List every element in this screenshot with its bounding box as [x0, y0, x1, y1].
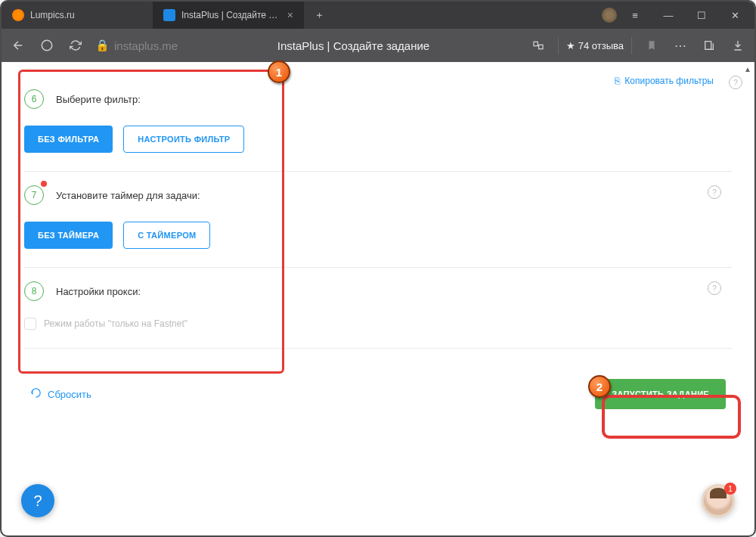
- no-filter-button[interactable]: БЕЗ ФИЛЬТРА: [24, 126, 113, 153]
- maximize-button[interactable]: ☐: [686, 2, 717, 29]
- close-window-button[interactable]: ✕: [720, 2, 750, 29]
- step-number: 6: [24, 89, 44, 109]
- tab-title: Lumpics.ru: [30, 10, 142, 20]
- extension-icon[interactable]: [602, 8, 617, 23]
- svg-rect-1: [534, 42, 538, 45]
- reviews-badge[interactable]: ★ 74 отзыва: [558, 37, 632, 54]
- with-timer-button[interactable]: С ТАЙМЕРОМ: [123, 222, 210, 249]
- alert-dot-icon: [41, 181, 47, 187]
- reset-text: Сбросить: [48, 389, 91, 400]
- step-title: Установите таймер для задачи:: [56, 190, 200, 201]
- svg-point-0: [42, 40, 52, 51]
- address-bar: 🔒 instaplus.me InstaPlus | Создайте зада…: [2, 29, 754, 62]
- fastnet-checkbox-row[interactable]: Режим работы "только на Fastnet": [24, 318, 732, 330]
- tab-instaplus[interactable]: InstaPlus | Создайте зад ×: [153, 2, 304, 29]
- browser-titlebar: Lumpics.ru InstaPlus | Создайте зад × ＋ …: [2, 2, 754, 29]
- no-timer-button[interactable]: БЕЗ ТАЙМЕРА: [24, 222, 113, 249]
- notification-badge: 1: [724, 483, 736, 495]
- url-display[interactable]: 🔒 instaplus.me: [95, 39, 178, 52]
- section-filter: 6 Выберите фильтр: БЕЗ ФИЛЬТРА НАСТРОИТЬ…: [24, 76, 732, 172]
- scroll-container[interactable]: ⎘ Копировать фильтры ? 6 Выберите фильтр…: [3, 62, 753, 534]
- annotation-marker-2: 2: [588, 375, 611, 398]
- checkbox-icon[interactable]: [24, 318, 36, 330]
- url-text: instaplus.me: [114, 39, 178, 52]
- favicon-icon: [163, 9, 175, 21]
- reviews-text: 74 отзыва: [578, 40, 624, 51]
- minimize-button[interactable]: —: [653, 2, 683, 29]
- svg-rect-3: [705, 42, 711, 50]
- refresh-icon: [30, 387, 42, 401]
- translate-icon[interactable]: [529, 36, 547, 54]
- favicon-icon: [12, 9, 24, 21]
- step-title: Настройки прокси:: [56, 286, 141, 297]
- launch-task-button[interactable]: ЗАПУСТИТЬ ЗАДАНИЕ: [595, 379, 726, 409]
- close-icon[interactable]: ×: [287, 9, 293, 21]
- new-tab-button[interactable]: ＋: [308, 5, 330, 26]
- section-timer: ? 7 Установите таймер для задачи: БЕЗ ТА…: [24, 172, 732, 268]
- floating-help-button[interactable]: ?: [21, 484, 54, 517]
- section-proxy: ? 8 Настройки прокси: Режим работы "толь…: [24, 268, 732, 349]
- page-content: ⎘ Копировать фильтры ? 6 Выберите фильтр…: [3, 62, 753, 534]
- step-title: Выберите фильтр:: [56, 94, 141, 105]
- scroll-up-icon[interactable]: ▲: [744, 65, 751, 73]
- checkbox-label: Режим работы "только на Fastnet": [44, 318, 187, 329]
- svg-rect-2: [538, 45, 542, 48]
- bookmark-icon[interactable]: [643, 36, 661, 54]
- action-row: Сбросить ЗАПУСТИТЬ ЗАДАНИЕ: [24, 349, 732, 409]
- collections-icon[interactable]: [700, 36, 718, 54]
- menu-icon[interactable]: ≡: [620, 2, 650, 29]
- step-number: 8: [24, 281, 44, 301]
- lock-icon: 🔒: [95, 39, 110, 52]
- reload-button[interactable]: [67, 36, 85, 54]
- star-icon: ★: [566, 40, 575, 51]
- configure-filter-button[interactable]: НАСТРОИТЬ ФИЛЬТР: [123, 126, 244, 153]
- step-number: 7: [24, 185, 44, 205]
- back-button[interactable]: [9, 36, 27, 54]
- question-icon: ?: [33, 492, 42, 510]
- more-icon[interactable]: ⋯: [671, 36, 689, 54]
- download-icon[interactable]: [729, 36, 747, 54]
- tab-title: InstaPlus | Создайте зад: [181, 10, 281, 20]
- page-title: InstaPlus | Создайте задание: [188, 39, 519, 52]
- reset-link[interactable]: Сбросить: [30, 387, 91, 401]
- floating-chat-button[interactable]: 1: [702, 484, 735, 517]
- tab-lumpics[interactable]: Lumpics.ru: [2, 2, 153, 29]
- annotation-marker-1: 1: [268, 61, 290, 83]
- yandex-icon[interactable]: [38, 36, 56, 54]
